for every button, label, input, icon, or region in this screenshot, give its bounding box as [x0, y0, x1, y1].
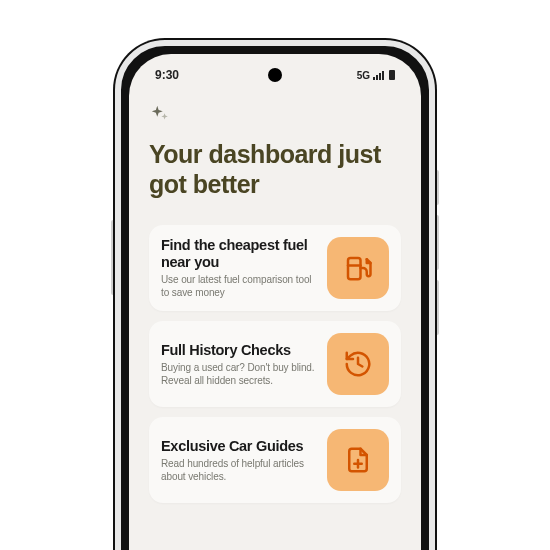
- card-title: Exclusive Car Guides: [161, 438, 317, 455]
- card-subtitle: Read hundreds of helpful articles about …: [161, 457, 317, 483]
- screen: 9:30 5G Your dashboard just got better F…: [129, 54, 421, 550]
- history-icon: [327, 333, 389, 395]
- card-title: Find the cheapest fuel near you: [161, 237, 317, 270]
- side-button: [435, 215, 439, 270]
- card-subtitle: Buying a used car? Don't buy blind. Reve…: [161, 361, 317, 387]
- battery-icon: [389, 70, 395, 80]
- status-time: 9:30: [155, 68, 179, 82]
- card-title: Full History Checks: [161, 342, 317, 359]
- signal-icon: [373, 71, 384, 80]
- card-subtitle: Use our latest fuel comparison tool to s…: [161, 273, 317, 299]
- svg-rect-0: [348, 258, 361, 279]
- phone-mockup: 9:30 5G Your dashboard just got better F…: [115, 40, 435, 550]
- side-button: [435, 170, 439, 205]
- status-indicators: 5G: [357, 70, 395, 81]
- phone-frame: 9:30 5G Your dashboard just got better F…: [115, 40, 435, 550]
- network-label: 5G: [357, 70, 370, 81]
- side-button: [435, 280, 439, 335]
- front-camera: [268, 68, 282, 82]
- feature-card-fuel[interactable]: Find the cheapest fuel near you Use our …: [149, 225, 401, 311]
- document-plus-icon: [327, 429, 389, 491]
- sparkle-icon: [149, 104, 401, 130]
- content-area: Your dashboard just got better Find the …: [129, 82, 421, 503]
- page-headline: Your dashboard just got better: [149, 140, 401, 199]
- fuel-pump-icon: [327, 237, 389, 299]
- feature-card-history[interactable]: Full History Checks Buying a used car? D…: [149, 321, 401, 407]
- feature-card-guides[interactable]: Exclusive Car Guides Read hundreds of he…: [149, 417, 401, 503]
